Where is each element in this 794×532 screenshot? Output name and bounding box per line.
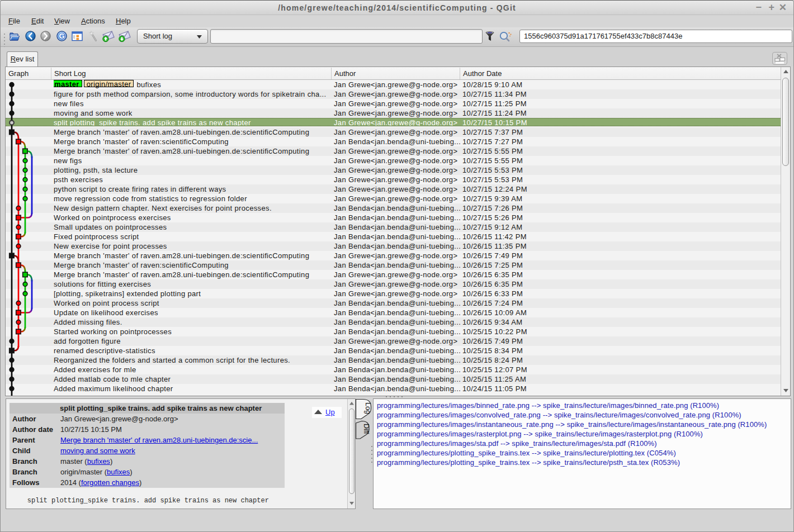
svg-text:Diff: Diff (362, 424, 370, 434)
svg-text:Log: Log (364, 402, 372, 414)
svg-text:G: G (59, 32, 64, 40)
